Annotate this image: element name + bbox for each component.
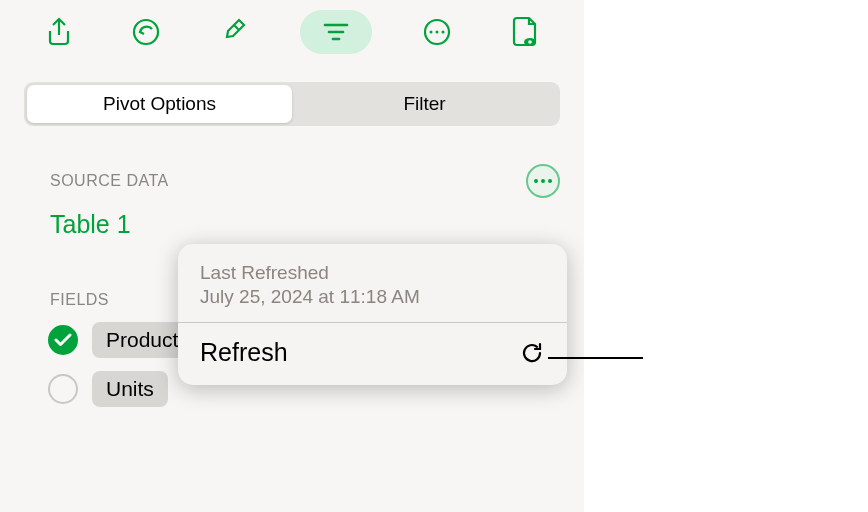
share-icon (45, 17, 73, 47)
undo-icon (131, 17, 161, 47)
source-data-header: SOURCE DATA (0, 126, 584, 202)
popover-header: Last Refreshed July 25, 2024 at 11:18 AM (178, 244, 567, 322)
field-pill-units[interactable]: Units (92, 371, 168, 407)
field-checkbox-units[interactable] (48, 374, 78, 404)
refresh-icon (519, 340, 545, 366)
field-checkbox-product[interactable] (48, 325, 78, 355)
activity-button[interactable] (503, 10, 547, 54)
document-eye-icon (511, 16, 539, 48)
pivot-options-panel: Pivot Options Filter SOURCE DATA Table 1… (0, 0, 584, 512)
refresh-popover: Last Refreshed July 25, 2024 at 11:18 AM… (178, 244, 567, 385)
callout-line (548, 357, 643, 359)
format-button[interactable] (212, 10, 256, 54)
refresh-label: Refresh (200, 338, 288, 367)
svg-point-6 (436, 31, 439, 34)
svg-point-9 (528, 40, 532, 44)
organize-button[interactable] (300, 10, 372, 54)
svg-point-7 (442, 31, 445, 34)
share-button[interactable] (37, 10, 81, 54)
svg-point-5 (430, 31, 433, 34)
source-data-label: SOURCE DATA (50, 172, 169, 190)
paintbrush-icon (220, 17, 248, 47)
filter-lines-icon (322, 22, 350, 42)
checkmark-icon (54, 333, 72, 347)
svg-point-0 (134, 20, 158, 44)
ellipsis-circle-icon (422, 17, 452, 47)
last-refreshed-value: July 25, 2024 at 11:18 AM (200, 286, 545, 308)
toolbar (0, 0, 584, 68)
tabs: Pivot Options Filter (24, 82, 560, 126)
more-icon (534, 179, 552, 183)
last-refreshed-label: Last Refreshed (200, 262, 545, 284)
source-table-name[interactable]: Table 1 (0, 202, 584, 239)
undo-button[interactable] (124, 10, 168, 54)
refresh-action[interactable]: Refresh (178, 323, 567, 385)
more-button[interactable] (415, 10, 459, 54)
tab-filter[interactable]: Filter (292, 85, 557, 123)
source-data-more-button[interactable] (526, 164, 560, 198)
tab-pivot-options[interactable]: Pivot Options (27, 85, 292, 123)
